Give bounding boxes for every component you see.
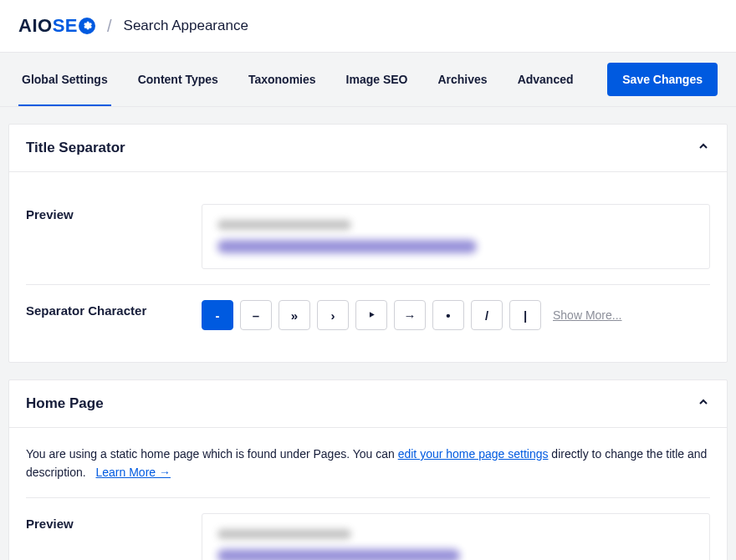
logo-text-aio: AIO — [18, 15, 53, 37]
preview-title-placeholder — [217, 549, 460, 560]
home-page-info: You are using a static home page which i… — [26, 445, 710, 498]
separator-dash[interactable]: - — [202, 300, 233, 330]
tab-content-types[interactable]: Content Types — [135, 53, 222, 106]
separator-ndash[interactable]: – — [240, 300, 272, 330]
page-title: Search Appearance — [124, 18, 248, 34]
logo-text-se: SE — [53, 15, 78, 37]
separator-pipe[interactable]: | — [509, 300, 541, 330]
card-title: Title Separator — [26, 140, 125, 156]
page-header: AIO SE / Search Appearance — [0, 0, 736, 53]
preview-title-placeholder — [217, 240, 477, 253]
show-more-link[interactable]: Show More... — [553, 308, 621, 322]
tab-advanced[interactable]: Advanced — [514, 53, 577, 106]
tab-bar: Global Settings Content Types Taxonomies… — [0, 53, 736, 107]
separator-options: - – » › ‣ → • / | Show More... — [202, 300, 710, 330]
card-title-separator: Title Separator Preview Separator Charac… — [8, 124, 728, 363]
separator-label: Separator Character — [26, 300, 202, 318]
separator-bullet[interactable]: • — [432, 300, 464, 330]
tab-taxonomies[interactable]: Taxonomies — [245, 53, 319, 106]
breadcrumb-separator: / — [107, 17, 112, 36]
chevron-up-icon[interactable] — [697, 395, 710, 412]
separator-raquo[interactable]: » — [279, 300, 310, 330]
preview-url-placeholder — [217, 529, 351, 539]
save-button[interactable]: Save Changes — [607, 63, 718, 96]
separator-rsaquo[interactable]: › — [317, 300, 349, 330]
separator-slash[interactable]: / — [471, 300, 503, 330]
learn-more-link[interactable]: Learn More → — [95, 466, 170, 479]
separator-triangle[interactable]: ‣ — [355, 300, 387, 330]
card-home-page: Home Page You are using a static home pa… — [8, 379, 728, 560]
preview-box — [202, 204, 710, 269]
info-prefix: You are using a static home page which i… — [26, 447, 398, 461]
preview-url-placeholder — [217, 220, 351, 230]
tab-image-seo[interactable]: Image SEO — [343, 53, 411, 106]
preview-label: Preview — [26, 513, 202, 531]
separator-arrow[interactable]: → — [394, 300, 426, 330]
card-title: Home Page — [26, 395, 104, 412]
preview-box — [202, 513, 710, 560]
preview-label: Preview — [26, 204, 202, 221]
tab-archives[interactable]: Archives — [434, 53, 490, 106]
tab-global-settings[interactable]: Global Settings — [18, 53, 111, 106]
chevron-up-icon[interactable] — [697, 140, 710, 156]
gear-icon — [79, 18, 95, 34]
edit-home-settings-link[interactable]: edit your home page settings — [398, 447, 549, 461]
logo[interactable]: AIO SE — [18, 15, 95, 37]
